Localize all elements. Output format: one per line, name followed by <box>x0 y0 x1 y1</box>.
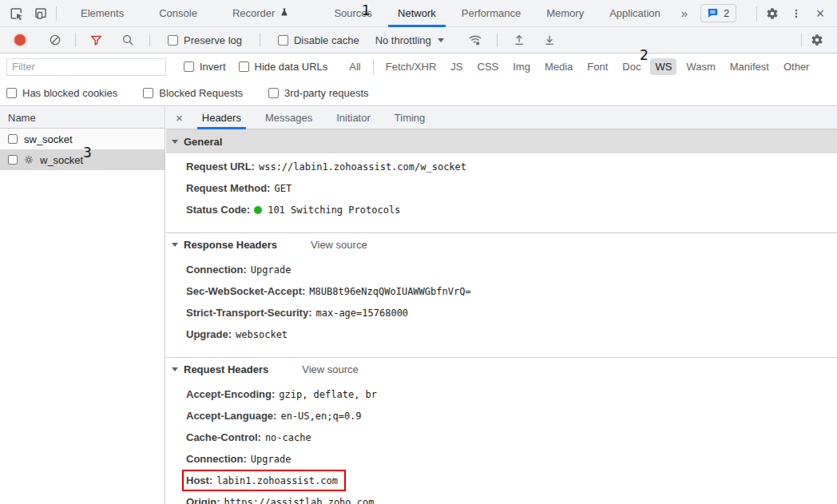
header-value: Upgrade <box>251 454 292 465</box>
divider <box>56 6 57 21</box>
blocked-requests-label: Blocked Requests <box>159 87 243 99</box>
disable-cache-label: Disable cache <box>294 34 359 46</box>
type-filter-media[interactable]: Media <box>540 58 577 75</box>
tab-initiator[interactable]: Initiator <box>327 107 380 129</box>
hide-data-urls-checkbox-box[interactable] <box>239 62 249 72</box>
request-row-checkbox[interactable] <box>8 134 18 144</box>
type-filter-wasm[interactable]: Wasm <box>681 58 720 75</box>
filter-funnel-icon[interactable] <box>84 30 108 50</box>
tab-timing-label: Timing <box>395 112 426 124</box>
request-row-checkbox[interactable] <box>8 155 18 165</box>
settings-gear-icon[interactable] <box>760 3 784 24</box>
request-row-w-socket[interactable]: w_socket <box>0 149 165 170</box>
disable-cache-checkbox-box[interactable] <box>278 35 288 46</box>
tab-memory[interactable]: Memory <box>534 0 597 27</box>
general-items: Request URL:wss://labin1.zohoassist.com/… <box>166 153 837 224</box>
blocked-requests-checkbox-box[interactable] <box>143 88 153 98</box>
name-header-label: Name <box>8 112 36 124</box>
kebab-menu-icon[interactable] <box>784 3 808 24</box>
tab-sources[interactable]: Sources <box>321 0 385 27</box>
record-button[interactable] <box>14 34 26 46</box>
type-filter-manifest[interactable]: Manifest <box>725 58 774 75</box>
tab-timing[interactable]: Timing <box>385 107 435 129</box>
headers-content: General Request URL:wss://labin1.zohoass… <box>166 129 837 504</box>
tab-performance-label: Performance <box>462 7 521 19</box>
divider <box>373 60 374 74</box>
hide-data-urls-checkbox[interactable]: Hide data URLs <box>239 61 328 73</box>
tab-console[interactable]: Console <box>146 0 210 27</box>
header-item-request-url: Request URL:wss://labin1.zohoassist.com/… <box>166 156 837 177</box>
third-party-requests-checkbox[interactable]: 3rd-party requests <box>268 87 369 99</box>
close-devtools-icon[interactable]: × <box>808 3 832 24</box>
header-item-connection: Connection:Upgrade <box>166 448 837 470</box>
search-icon[interactable] <box>116 30 140 50</box>
header-item-connection: Connection:Upgrade <box>166 259 837 280</box>
tab-messages[interactable]: Messages <box>256 107 322 129</box>
section-general-title: General <box>184 136 222 148</box>
preserve-log-checkbox[interactable]: Preserve log <box>168 34 242 46</box>
filter-input[interactable] <box>6 58 166 76</box>
type-filter-img[interactable]: Img <box>508 58 535 75</box>
type-filter-doc[interactable]: Doc <box>617 58 645 75</box>
tab-recorder[interactable]: Recorder <box>220 0 302 27</box>
has-blocked-cookies-checkbox-box[interactable] <box>6 88 17 98</box>
type-filter-all[interactable]: All <box>344 58 365 75</box>
status-green-dot-icon <box>254 206 262 214</box>
invert-checkbox[interactable]: Invert <box>184 61 226 73</box>
type-filter-fetch-xhr[interactable]: Fetch/XHR <box>381 58 442 75</box>
disable-cache-checkbox[interactable]: Disable cache <box>278 34 359 46</box>
tab-headers-label: Headers <box>202 112 241 124</box>
tab-elements[interactable]: Elements <box>68 0 137 27</box>
tab-elements-label: Elements <box>81 7 124 19</box>
has-blocked-cookies-checkbox[interactable]: Has blocked cookies <box>6 87 117 99</box>
header-value: wss://labin1.zohoassist.com/w_socket <box>259 161 466 173</box>
header-value: 101 Switching Protocols <box>268 204 400 216</box>
header-item-accept-language: Accept-Language:en-US,en;q=0.9 <box>166 405 837 427</box>
type-filter-js[interactable]: JS <box>446 58 467 75</box>
clear-icon[interactable] <box>43 30 67 50</box>
response-headers-items: Connection:Upgrade Sec-WebSocket-Accept:… <box>166 256 837 348</box>
view-source-link[interactable]: View source <box>311 239 367 251</box>
section-general[interactable]: General <box>166 129 837 153</box>
tab-application-label: Application <box>609 7 660 19</box>
tab-headers[interactable]: Headers <box>192 107 251 129</box>
header-key: Cache-Control: <box>186 431 261 443</box>
export-har-icon[interactable] <box>538 30 561 50</box>
inspect-element-icon[interactable] <box>5 3 29 24</box>
tab-network[interactable]: Network <box>385 0 449 27</box>
devtools-main-tabbar: Elements Console Recorder Sources Networ… <box>0 0 837 27</box>
tab-sources-label: Sources <box>334 7 372 19</box>
throttling-dropdown[interactable]: No throttling <box>375 34 444 46</box>
view-source-link[interactable]: View source <box>302 363 359 375</box>
more-tabs-chevron-icon[interactable]: » <box>673 6 696 20</box>
invert-label: Invert <box>200 61 226 73</box>
close-details-icon[interactable]: × <box>166 111 192 125</box>
header-key: Sec-WebSocket-Accept: <box>186 285 305 297</box>
header-item-cache-control: Cache-Control:no-cache <box>166 427 837 448</box>
type-filter-ws[interactable]: WS <box>650 58 676 75</box>
request-row-sw-socket[interactable]: sw_socket <box>0 129 165 149</box>
device-toolbar-icon[interactable] <box>29 3 53 24</box>
header-item-accept-encoding: Accept-Encoding:gzip, deflate, br <box>166 383 837 405</box>
tab-application[interactable]: Application <box>597 0 673 27</box>
type-filter-other[interactable]: Other <box>779 58 815 75</box>
section-response-headers-title: Response Headers <box>184 239 277 251</box>
tab-console-label: Console <box>159 7 197 19</box>
issues-badge[interactable]: 2 <box>700 4 736 22</box>
network-conditions-icon[interactable] <box>463 30 487 50</box>
type-filter-font[interactable]: Font <box>582 58 613 75</box>
request-headers-items: Accept-Encoding:gzip, deflate, br Accept… <box>166 381 837 504</box>
tab-network-label: Network <box>398 7 436 19</box>
preserve-log-checkbox-box[interactable] <box>168 35 178 46</box>
section-request-headers[interactable]: Request Headers View source <box>166 357 837 381</box>
import-har-icon[interactable] <box>507 30 531 50</box>
tab-performance[interactable]: Performance <box>449 0 534 27</box>
requests-name-column-header[interactable]: Name <box>0 107 165 129</box>
blocked-requests-checkbox[interactable]: Blocked Requests <box>143 87 243 99</box>
type-filter-css[interactable]: CSS <box>473 58 504 75</box>
network-settings-gear-icon[interactable] <box>805 30 829 50</box>
section-response-headers[interactable]: Response Headers View source <box>166 232 837 256</box>
invert-checkbox-box[interactable] <box>184 62 194 72</box>
divider <box>75 33 76 47</box>
third-party-requests-checkbox-box[interactable] <box>268 88 279 98</box>
